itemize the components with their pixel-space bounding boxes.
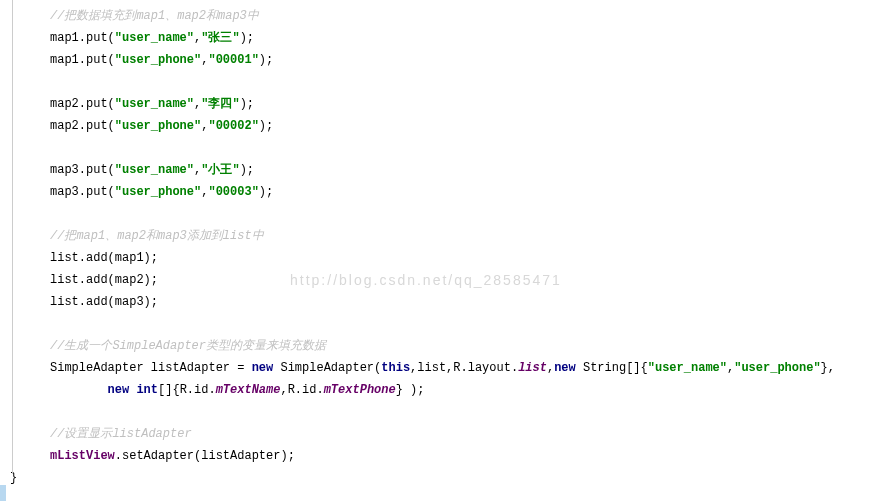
code-line: map2.put("user_name","李四"); — [50, 93, 879, 115]
code-line: //把数据填充到map1、map2和map3中 — [50, 5, 879, 27]
code-line: new int[]{R.id.mTextName,R.id.mTextPhone… — [50, 379, 879, 401]
code-line — [50, 137, 879, 159]
comment: //把map1、map2和map3添加到list中 — [50, 229, 264, 243]
code-line: //设置显示listAdapter — [50, 423, 879, 445]
cursor-highlight — [0, 485, 6, 501]
code-line: map3.put("user_name","小王"); — [50, 159, 879, 181]
code-line: map3.put("user_phone","00003"); — [50, 181, 879, 203]
comment: //设置显示listAdapter — [50, 427, 192, 441]
code-line — [50, 203, 879, 225]
code-line: //生成一个SimpleAdapter类型的变量来填充数据 — [50, 335, 879, 357]
code-line: list.add(map1); — [50, 247, 879, 269]
code-line: } — [10, 467, 879, 489]
code-editor-content[interactable]: //把数据填充到map1、map2和map3中 map1.put("user_n… — [0, 0, 879, 494]
code-line: map2.put("user_phone","00002"); — [50, 115, 879, 137]
code-line — [50, 313, 879, 335]
comment: //生成一个SimpleAdapter类型的变量来填充数据 — [50, 339, 326, 353]
code-line: map1.put("user_name","张三"); — [50, 27, 879, 49]
indent-guide — [12, 0, 13, 474]
code-line — [50, 71, 879, 93]
code-line: mListView.setAdapter(listAdapter); — [50, 445, 879, 467]
code-line: //把map1、map2和map3添加到list中 — [50, 225, 879, 247]
code-line: list.add(map3); — [50, 291, 879, 313]
watermark-text: http://blog.csdn.net/qq_28585471 — [290, 269, 562, 291]
code-line: SimpleAdapter listAdapter = new SimpleAd… — [50, 357, 879, 379]
code-line: map1.put("user_phone","00001"); — [50, 49, 879, 71]
comment: //把数据填充到map1、map2和map3中 — [50, 9, 259, 23]
code-line: list.add(map2);http://blog.csdn.net/qq_2… — [50, 269, 879, 291]
code-line — [50, 401, 879, 423]
